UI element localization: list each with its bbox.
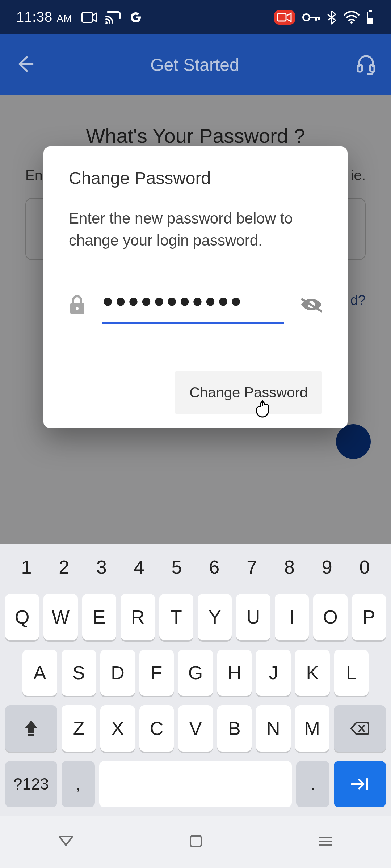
- svg-point-4: [350, 21, 353, 24]
- lock-icon: [69, 294, 85, 316]
- status-right: [274, 10, 375, 25]
- key-x[interactable]: X: [100, 705, 135, 752]
- soft-keyboard: 1 2 3 4 5 6 7 8 9 0 Q W E R T Y U I O P …: [0, 544, 391, 816]
- key-l[interactable]: L: [334, 650, 369, 696]
- screen-record-icon: [274, 10, 295, 25]
- key-u[interactable]: U: [236, 594, 270, 640]
- key-f[interactable]: F: [139, 650, 174, 696]
- page-title: Get Started: [34, 55, 356, 75]
- nav-recent[interactable]: [318, 836, 333, 848]
- keyboard-row-1: Q W E R T Y U I O P: [5, 594, 386, 640]
- key-s[interactable]: S: [62, 650, 96, 696]
- key-v[interactable]: V: [178, 705, 213, 752]
- key-a[interactable]: A: [22, 650, 57, 696]
- nav-home[interactable]: [189, 835, 202, 849]
- status-bar: 11:38 AM: [0, 0, 391, 34]
- key-r[interactable]: R: [121, 594, 155, 640]
- key-period[interactable]: .: [296, 761, 329, 807]
- battery-icon: [367, 10, 375, 24]
- keyboard-row-4: ?123 , .: [5, 761, 386, 807]
- back-button[interactable]: [14, 54, 34, 75]
- nav-back[interactable]: [58, 835, 74, 849]
- eye-off-icon: [300, 296, 322, 313]
- key-space[interactable]: [99, 761, 292, 807]
- key-i[interactable]: I: [275, 594, 309, 640]
- key-n[interactable]: N: [256, 705, 290, 752]
- arrow-left-icon: [14, 54, 34, 74]
- key-comma[interactable]: ,: [62, 761, 95, 807]
- key-symbols[interactable]: ?123: [5, 761, 57, 807]
- app-header: Get Started: [0, 34, 391, 95]
- key-shift[interactable]: [5, 705, 57, 752]
- svg-rect-15: [190, 836, 201, 847]
- key-enter[interactable]: [334, 761, 386, 807]
- new-password-input[interactable]: [102, 286, 284, 324]
- svg-rect-14: [28, 734, 34, 736]
- key-e[interactable]: E: [82, 594, 116, 640]
- key-b[interactable]: B: [217, 705, 252, 752]
- key-0[interactable]: 0: [350, 556, 379, 578]
- dialog-actions: Change Password: [69, 371, 322, 414]
- headset-icon: [356, 54, 377, 75]
- key-w[interactable]: W: [43, 594, 77, 640]
- cast-icon: [105, 11, 121, 24]
- key-g[interactable]: G: [178, 650, 213, 696]
- status-icons-left: [81, 10, 143, 25]
- svg-rect-7: [368, 18, 373, 24]
- status-time-value: 11:38: [16, 9, 52, 25]
- key-q[interactable]: Q: [5, 594, 39, 640]
- triangle-down-icon: [58, 835, 74, 847]
- square-icon: [189, 835, 202, 848]
- change-password-button[interactable]: Change Password: [175, 371, 322, 414]
- svg-point-3: [303, 14, 310, 21]
- change-password-dialog: Change Password Enter the new password b…: [43, 146, 348, 428]
- key-9[interactable]: 9: [313, 556, 341, 578]
- key-1[interactable]: 1: [12, 556, 41, 578]
- backspace-icon: [350, 721, 370, 736]
- bluetooth-icon: [327, 10, 336, 25]
- tab-next-icon: [350, 777, 370, 791]
- key-t[interactable]: T: [159, 594, 193, 640]
- dialog-body: Enter the new password below to change y…: [69, 208, 322, 252]
- support-button[interactable]: [356, 54, 377, 76]
- key-o[interactable]: O: [313, 594, 347, 640]
- status-left: 11:38 AM: [16, 9, 143, 25]
- dialog-title: Change Password: [69, 168, 322, 188]
- key-6[interactable]: 6: [200, 556, 228, 578]
- svg-rect-0: [82, 12, 93, 22]
- key-icon: [302, 13, 320, 22]
- key-h[interactable]: H: [217, 650, 252, 696]
- menu-icon: [318, 836, 333, 847]
- video-icon: [81, 12, 97, 23]
- key-j[interactable]: J: [256, 650, 291, 696]
- key-2[interactable]: 2: [50, 556, 78, 578]
- key-m[interactable]: M: [295, 705, 329, 752]
- keyboard-number-row: 1 2 3 4 5 6 7 8 9 0: [5, 545, 386, 584]
- key-k[interactable]: K: [295, 650, 330, 696]
- system-nav-bar: [0, 816, 391, 868]
- password-row: [69, 286, 322, 324]
- key-3[interactable]: 3: [88, 556, 116, 578]
- toggle-password-visibility[interactable]: [300, 296, 322, 315]
- key-c[interactable]: C: [139, 705, 174, 752]
- key-p[interactable]: P: [352, 594, 386, 640]
- key-8[interactable]: 8: [275, 556, 303, 578]
- wifi-icon: [344, 11, 360, 24]
- keyboard-row-3: Z X C V B N M: [5, 705, 386, 752]
- shift-icon: [23, 720, 39, 737]
- key-z[interactable]: Z: [62, 705, 96, 752]
- key-7[interactable]: 7: [238, 556, 266, 578]
- google-g-icon: [129, 10, 143, 25]
- key-backspace[interactable]: [334, 705, 386, 752]
- key-4[interactable]: 4: [125, 556, 153, 578]
- key-y[interactable]: Y: [198, 594, 232, 640]
- key-5[interactable]: 5: [163, 556, 191, 578]
- keyboard-row-2: A S D F G H J K L: [5, 650, 386, 696]
- status-time-ampm: AM: [57, 13, 72, 24]
- status-time: 11:38 AM: [16, 9, 72, 25]
- svg-point-11: [76, 307, 79, 310]
- key-d[interactable]: D: [100, 650, 135, 696]
